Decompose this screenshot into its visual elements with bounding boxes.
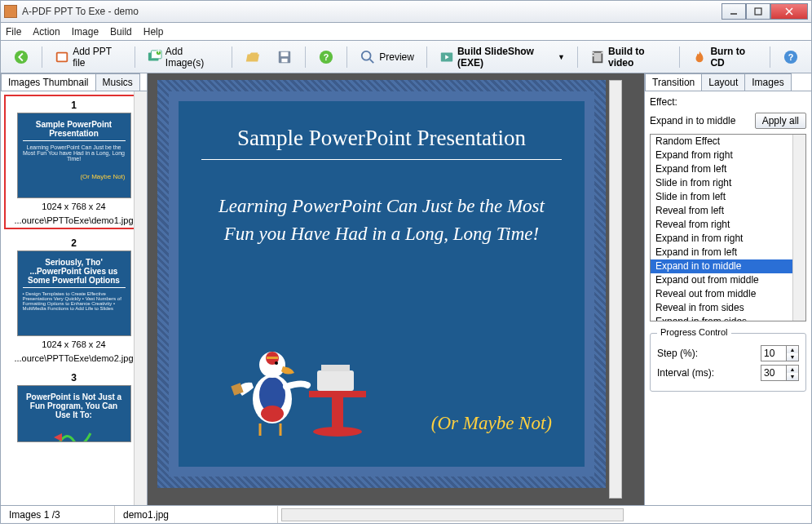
effect-current: Expand in to middle bbox=[650, 115, 735, 126]
effect-item[interactable]: Expand in to middle bbox=[651, 259, 805, 273]
burn-cd-button[interactable]: Burn to CD bbox=[686, 46, 763, 69]
menu-file[interactable]: File bbox=[6, 26, 21, 38]
effect-item[interactable]: Expand from left bbox=[651, 162, 805, 176]
menu-build[interactable]: Build bbox=[110, 26, 132, 38]
menu-help[interactable]: Help bbox=[143, 26, 164, 38]
effect-item[interactable]: Reveal from right bbox=[651, 218, 805, 232]
svg-point-35 bbox=[261, 406, 284, 422]
interval-input[interactable] bbox=[761, 365, 787, 381]
interval-label: Interval (ms): bbox=[657, 367, 754, 379]
svg-rect-6 bbox=[58, 53, 67, 60]
help-button[interactable]: ? bbox=[312, 46, 340, 69]
effect-item[interactable]: Reveal from left bbox=[651, 204, 805, 218]
interval-down[interactable]: ▼ bbox=[787, 373, 798, 380]
build-slideshow-label: Build SlideShow (EXE) bbox=[457, 46, 553, 69]
thumbnail-item[interactable]: 3 PowerPoint is Not Just a Fun Program, … bbox=[4, 370, 143, 442]
flame-icon bbox=[692, 49, 707, 65]
svg-rect-29 bbox=[332, 397, 343, 430]
preview-button[interactable]: Preview bbox=[354, 46, 420, 69]
images-icon: + bbox=[148, 49, 162, 65]
thumbnail-item[interactable]: 2 Seriously, Tho' ...PowerPoint Gives us… bbox=[4, 236, 143, 364]
thumb-preview: Sample PowerPoint Presentation Learning … bbox=[17, 113, 131, 198]
effect-list[interactable]: Random EffectExpand from rightExpand fro… bbox=[650, 134, 806, 321]
left-pane: Images Thumbnail Musics 1 Sample PowerPo… bbox=[1, 73, 148, 505]
effect-item[interactable]: Expand in from right bbox=[651, 232, 805, 246]
main-area: Images Thumbnail Musics 1 Sample PowerPo… bbox=[0, 73, 812, 506]
add-ppt-button[interactable]: Add PPT file bbox=[49, 46, 128, 69]
svg-rect-32 bbox=[321, 365, 350, 371]
build-video-button[interactable]: Build to video bbox=[585, 46, 673, 69]
maximize-button[interactable] bbox=[746, 3, 770, 20]
status-hscrollbar[interactable] bbox=[281, 508, 624, 521]
thumb-dimensions: 1024 x 768 x 24 bbox=[7, 202, 140, 212]
preview-label: Preview bbox=[379, 51, 414, 63]
build-video-label: Build to video bbox=[608, 46, 667, 69]
slide-footer: (Or Maybe Not) bbox=[431, 413, 552, 434]
menu-action[interactable]: Action bbox=[33, 26, 60, 38]
thumb-dimensions: 1024 x 768 x 24 bbox=[4, 339, 143, 350]
open-button[interactable] bbox=[238, 46, 266, 69]
effect-item[interactable]: Slide in from right bbox=[651, 176, 805, 190]
progress-legend: Progress Control bbox=[657, 327, 731, 337]
svg-point-4 bbox=[15, 50, 28, 63]
effect-item[interactable]: Expand in from sides bbox=[651, 315, 805, 321]
menu-image[interactable]: Image bbox=[72, 26, 99, 38]
duck-illustration bbox=[227, 326, 374, 442]
effect-item[interactable]: Slide in from left bbox=[651, 190, 805, 204]
svg-text:?: ? bbox=[788, 51, 794, 61]
status-images: Images 1 /3 bbox=[1, 506, 115, 523]
info-button[interactable]: ? bbox=[777, 46, 805, 69]
step-input[interactable] bbox=[761, 345, 787, 361]
add-images-button[interactable]: +Add Image(s) bbox=[142, 46, 225, 69]
thumbnail-item[interactable]: 1 Sample PowerPoint Presentation Learnin… bbox=[4, 95, 143, 229]
minimize-button[interactable] bbox=[722, 3, 746, 20]
svg-rect-24 bbox=[601, 51, 602, 53]
save-button[interactable] bbox=[271, 46, 298, 69]
interval-up[interactable]: ▲ bbox=[787, 366, 798, 373]
svg-marker-27 bbox=[54, 433, 62, 441]
effect-label: Effect: bbox=[650, 96, 806, 108]
effect-item[interactable]: Reveal out from middle bbox=[651, 287, 805, 301]
svg-rect-1 bbox=[755, 8, 761, 15]
thumb-path: ...ource\PPTToExe\demo2.jpg bbox=[4, 353, 143, 364]
thumbnail-list[interactable]: 1 Sample PowerPoint Presentation Learnin… bbox=[1, 91, 147, 505]
svg-line-17 bbox=[370, 59, 374, 63]
app-icon bbox=[4, 5, 17, 18]
thumb-number: 2 bbox=[4, 236, 143, 250]
step-label: Step (%): bbox=[657, 348, 754, 359]
ppt-icon bbox=[55, 49, 69, 65]
burn-cd-label: Burn to CD bbox=[710, 46, 757, 69]
magnifier-icon bbox=[360, 49, 376, 65]
menu-bar: File Action Image Build Help bbox=[0, 23, 812, 41]
preview-vscrollbar[interactable] bbox=[609, 80, 622, 499]
effect-item[interactable]: Expand from right bbox=[651, 149, 805, 162]
progress-control-group: Progress Control Step (%): ▲▼ Interval (… bbox=[650, 333, 806, 392]
chevron-down-icon: ▼ bbox=[558, 53, 565, 61]
tab-images[interactable]: Images bbox=[744, 73, 791, 91]
arrow-left-icon bbox=[13, 49, 29, 65]
apply-all-button[interactable]: Apply all bbox=[755, 113, 806, 129]
tab-images-thumbnail[interactable]: Images Thumbnail bbox=[1, 73, 96, 91]
back-button[interactable] bbox=[7, 46, 35, 69]
build-slideshow-button[interactable]: Build SlideShow (EXE)▼ bbox=[434, 46, 571, 69]
effect-item[interactable]: Reveal in from sides bbox=[651, 301, 805, 315]
thumb-number: 3 bbox=[4, 370, 143, 385]
thumbs-scrollbar[interactable] bbox=[134, 91, 147, 505]
tab-transition[interactable]: Transition bbox=[645, 73, 702, 91]
floppy-icon bbox=[276, 49, 293, 65]
title-bar: A-PDF PPT To Exe - demo bbox=[0, 0, 812, 23]
slideshow-icon bbox=[439, 49, 454, 65]
slide-title: Sample PowerPoint Presentation bbox=[201, 126, 562, 160]
effect-item[interactable]: Random Effect bbox=[651, 135, 805, 149]
svg-text:+: + bbox=[156, 50, 161, 55]
tab-musics[interactable]: Musics bbox=[95, 73, 140, 91]
step-up[interactable]: ▲ bbox=[787, 346, 798, 353]
toolbar: Add PPT file +Add Image(s) ? Preview Bui… bbox=[0, 41, 812, 73]
svg-rect-12 bbox=[281, 51, 289, 55]
tab-layout[interactable]: Layout bbox=[701, 73, 745, 91]
effect-item[interactable]: Expand in from left bbox=[651, 246, 805, 259]
close-button[interactable] bbox=[770, 3, 808, 20]
effect-item[interactable]: Expand out from middle bbox=[651, 273, 805, 287]
effect-scrollbar[interactable] bbox=[792, 135, 805, 321]
step-down[interactable]: ▼ bbox=[787, 353, 798, 361]
